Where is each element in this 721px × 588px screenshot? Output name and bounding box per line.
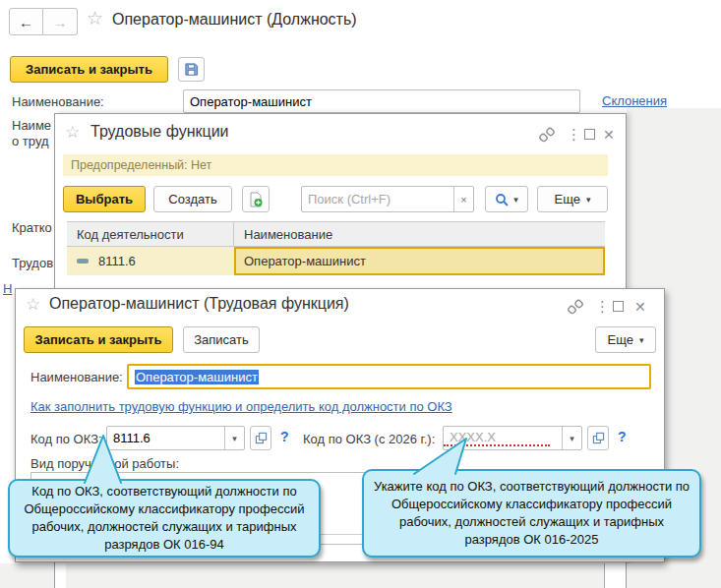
okz2026-help-icon[interactable]: ? — [618, 429, 627, 444]
create-button[interactable]: Создать — [153, 186, 232, 212]
search-input[interactable]: Поиск (Ctrl+F) × — [301, 186, 474, 212]
maximize-icon[interactable] — [613, 301, 624, 312]
copy-link-icon[interactable] — [568, 299, 583, 315]
okz2026-label: Код по ОКЗ (с 2026 г.): — [303, 432, 435, 446]
favorite-star-icon[interactable]: ☆ — [87, 11, 103, 27]
forward-button[interactable]: → — [43, 8, 78, 35]
create-by-copy-button[interactable] — [242, 186, 270, 212]
page-title: Оператор-машинист (Должность) — [112, 11, 357, 29]
predefined-info-bar: Предопределенный: Нет — [63, 154, 608, 176]
functions-dialog-right-edge — [604, 563, 627, 588]
search-clear-icon[interactable]: × — [453, 187, 473, 211]
row-name-value: Оператор-машинист — [244, 254, 366, 268]
open-in-window-icon — [255, 432, 268, 444]
row-code-value: 8111.6 — [98, 254, 136, 268]
okz2026-tooltip-text: Укажите код по ОКЗ, соответствующий долж… — [372, 478, 691, 549]
floppy-icon — [184, 62, 199, 77]
work-type-label: Вид поручаемой работы: — [30, 456, 179, 471]
name-input-focused[interactable]: Оператор-машинист — [127, 364, 651, 389]
nav-buttons: ← → — [9, 8, 78, 35]
search-options-button[interactable]: ▾ — [485, 186, 528, 212]
maximize-icon[interactable] — [584, 129, 595, 140]
forward-icon: → — [53, 14, 68, 30]
row-code-cell[interactable]: 8111.6 — [67, 247, 234, 275]
clipped-label-3: Кратко — [12, 220, 52, 235]
okz2026-tooltip: Укажите код по ОКЗ, соответствующий долж… — [362, 469, 701, 558]
main-name-input[interactable]: Оператор-машинист — [183, 89, 580, 113]
name-label: Наименование: — [30, 370, 123, 384]
clipped-link[interactable]: Н — [3, 281, 14, 296]
caret-down-icon: ▾ — [586, 195, 591, 205]
magnifier-icon — [495, 193, 509, 206]
table-header[interactable]: Код деятельности Наименование — [67, 221, 605, 247]
clipped-label-4: Трудов — [12, 256, 53, 270]
menu-kebab-icon[interactable]: ⋮ — [595, 298, 610, 316]
save-close-button[interactable]: Записать и закрыть — [10, 56, 168, 83]
okz-tooltip: Код по ОКЗ, соответствующий должности по… — [8, 479, 321, 558]
column-header-name[interactable]: Наименование — [234, 222, 605, 246]
copy-link-icon[interactable] — [539, 127, 555, 143]
close-icon[interactable]: ✕ — [603, 127, 615, 143]
select-button[interactable]: Выбрать — [63, 186, 146, 212]
table-row[interactable]: 8111.6 Оператор-машинист — [67, 247, 605, 275]
more-button[interactable]: Еще ▾ — [537, 186, 608, 212]
function-dialog-title: Оператор-машинист (Трудовая функция) — [49, 295, 349, 313]
main-name-value: Оператор-машинист — [190, 94, 312, 109]
dialog-star-icon[interactable]: ☆ — [65, 125, 80, 141]
caret-down-icon: ▾ — [639, 335, 644, 345]
functions-dialog-left-edge — [54, 563, 66, 588]
okz-help-icon[interactable]: ? — [280, 429, 289, 444]
okz-help-link[interactable]: Как заполнить трудовую функцию и определ… — [30, 399, 452, 414]
list-item-marker-icon — [77, 259, 89, 264]
caret-down-icon[interactable]: ▾ — [562, 427, 581, 449]
copy-document-icon — [248, 192, 264, 207]
okz-tooltip-text: Код по ОКЗ, соответствующий должности по… — [18, 483, 311, 554]
clipped-label-2: о труд — [12, 134, 49, 148]
more-button-label: Еще — [608, 332, 633, 347]
okz2026-open-button[interactable] — [587, 426, 609, 450]
clipped-label-1: Наиме — [12, 118, 51, 133]
selected-text: Оператор-машинист — [135, 370, 259, 384]
main-name-label: Наименование: — [12, 94, 104, 109]
okz2026-placeholder: XXXX.X — [444, 430, 550, 446]
save-icon-button[interactable] — [178, 57, 205, 82]
okz2026-combo-input[interactable]: XXXX.X ▾ — [443, 426, 582, 450]
menu-kebab-icon[interactable]: ⋮ — [567, 126, 581, 144]
open-in-window-icon — [592, 432, 605, 444]
more-button-label: Еще — [555, 192, 580, 206]
save-close-button[interactable]: Записать и закрыть — [24, 326, 173, 353]
back-button[interactable]: ← — [9, 8, 43, 35]
column-header-code[interactable]: Код деятельности — [67, 222, 234, 246]
back-icon: ← — [19, 14, 33, 30]
save-button[interactable]: Записать — [183, 326, 260, 353]
declensions-link[interactable]: Склонения — [602, 93, 667, 108]
okz-value: 8111.6 — [107, 431, 224, 445]
app-window: ← → ☆ Оператор-машинист (Должность) Запи… — [0, 0, 721, 588]
okz-open-button[interactable] — [250, 426, 271, 450]
caret-down-icon: ▾ — [513, 195, 518, 205]
dialog-star-icon[interactable]: ☆ — [26, 297, 40, 313]
row-name-cell-selected[interactable]: Оператор-машинист — [234, 247, 605, 275]
search-placeholder: Поиск (Ctrl+F) — [302, 192, 453, 206]
close-icon[interactable]: ✕ — [634, 299, 646, 315]
more-button[interactable]: Еще ▾ — [595, 326, 656, 353]
okz-combo-input[interactable]: 8111.6 ▾ — [106, 426, 245, 450]
functions-dialog-title: Трудовые функции — [90, 123, 229, 141]
caret-down-icon[interactable]: ▾ — [224, 427, 244, 449]
okz-label: Код по ОКЗ: — [30, 432, 102, 446]
